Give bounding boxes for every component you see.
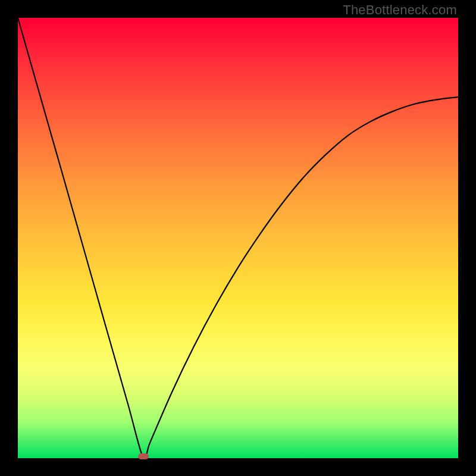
- watermark-text: TheBottleneck.com: [343, 2, 457, 18]
- chart-curve-svg: [18, 18, 458, 458]
- chart-frame: TheBottleneck.com: [0, 0, 476, 476]
- chart-curve-path: [18, 18, 458, 460]
- chart-minimum-marker: [138, 453, 149, 459]
